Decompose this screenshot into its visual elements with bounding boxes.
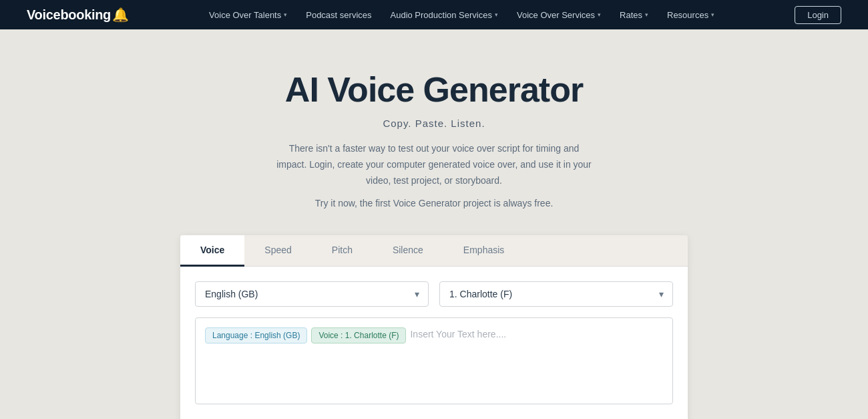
tabs-bar: VoiceSpeedPitchSilenceEmphasis xyxy=(180,235,688,267)
logo-text: Voicebooking xyxy=(27,7,111,23)
login-button[interactable]: Login xyxy=(795,6,841,24)
tab-silence[interactable]: Silence xyxy=(373,235,443,267)
voice-dropdown-wrap: 1. Charlotte (F)2. Emma (F)3. Oliver (M)… xyxy=(439,281,673,307)
dropdowns-row: English (GB)English (US)FrenchGermanSpan… xyxy=(195,281,673,307)
text-editor[interactable]: Language : English (GB) Voice : 1. Charl… xyxy=(195,317,673,404)
nav-link-audio-production-services[interactable]: Audio Production Services▾ xyxy=(391,10,498,20)
tab-voice[interactable]: Voice xyxy=(180,235,244,267)
language-dropdown-wrap: English (GB)English (US)FrenchGermanSpan… xyxy=(195,281,429,307)
voice-dropdown[interactable]: 1. Charlotte (F)2. Emma (F)3. Oliver (M)… xyxy=(439,281,673,307)
tab-content-voice: English (GB)English (US)FrenchGermanSpan… xyxy=(180,267,688,419)
nav-link-voice-over-talents[interactable]: Voice Over Talents▾ xyxy=(209,10,287,20)
tab-emphasis[interactable]: Emphasis xyxy=(443,235,524,267)
logo-icon: 🔔 xyxy=(112,7,129,23)
chevron-down-icon: ▾ xyxy=(598,11,601,18)
hero-description: There isn't a faster way to test out you… xyxy=(274,141,594,188)
text-placeholder: Insert Your Text here.... xyxy=(410,327,506,341)
nav-link-voice-over-services[interactable]: Voice Over Services▾ xyxy=(517,10,601,20)
language-dropdown[interactable]: English (GB)English (US)FrenchGermanSpan… xyxy=(195,281,429,307)
chevron-down-icon: ▾ xyxy=(495,11,498,18)
chevron-down-icon: ▾ xyxy=(711,11,714,18)
nav-links: Voice Over Talents▾Podcast servicesAudio… xyxy=(209,10,714,20)
hero-free-note: Try it now, the first Voice Generator pr… xyxy=(13,198,855,208)
text-editor-inner: Language : English (GB) Voice : 1. Charl… xyxy=(205,327,663,343)
chevron-down-icon: ▾ xyxy=(645,11,648,18)
logo[interactable]: Voicebooking 🔔 xyxy=(27,7,129,23)
nav-link-resources[interactable]: Resources▾ xyxy=(667,10,714,20)
nav-link-podcast-services[interactable]: Podcast services xyxy=(306,10,371,20)
tab-speed[interactable]: Speed xyxy=(244,235,311,267)
chevron-down-icon: ▾ xyxy=(284,11,287,18)
tab-pitch[interactable]: Pitch xyxy=(312,235,373,267)
language-tag: Language : English (GB) xyxy=(205,327,307,343)
voice-tag: Voice : 1. Charlotte (F) xyxy=(311,327,406,343)
hero-subtitle: Copy. Paste. Listen. xyxy=(13,118,855,129)
page-title: AI Voice Generator xyxy=(13,69,855,110)
voice-generator-card: VoiceSpeedPitchSilenceEmphasis English (… xyxy=(180,235,688,419)
hero-section: AI Voice Generator Copy. Paste. Listen. … xyxy=(0,29,868,229)
nav-link-rates[interactable]: Rates▾ xyxy=(620,10,648,20)
navbar: Voicebooking 🔔 Voice Over Talents▾Podcas… xyxy=(0,0,868,29)
